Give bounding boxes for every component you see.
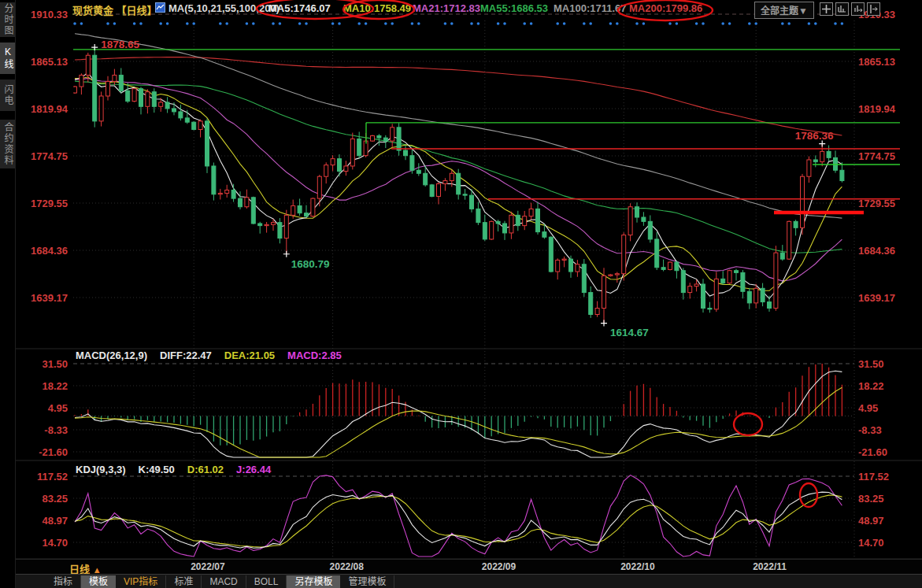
extreme-cross-marker [819,141,825,147]
axis-tick-label: 117.52 [858,471,889,483]
theme-selector-button[interactable]: 全部主题▼ [754,2,814,19]
macd-macd-value: MACD:2.85 [287,349,342,361]
macd-params: MACD(26,12,9) [76,349,147,361]
sidebar-tab-分时图[interactable]: 分时图 [0,2,15,37]
axis-tick-label: 48.97 [42,515,68,527]
ma200-line [75,57,842,136]
bottom-tab-bar: 指标模板VIP指标标准MACDBOLL另存模板管理模板 [0,574,922,588]
axis-tick-label: 1819.94 [31,103,69,115]
axis-tick-label: -21.60 [858,446,887,458]
axis-tick-label: 83.25 [42,493,68,505]
axis-tick-label: 1774.75 [31,150,68,162]
axis-tick-label: 14.70 [858,537,884,549]
symbol-title: 现货黄金 【日线】 [72,2,157,17]
ma-readout: MA55:1686.53 [480,2,548,14]
bottom-tab-BOLL[interactable]: BOLL [246,575,287,588]
bottom-tab-VIP指标[interactable]: VIP指标 [116,575,166,588]
axis-tick-label: 18.22 [858,380,884,392]
axis-tick-label: -8.33 [44,424,68,436]
kdj-params: KDJ(9,3,3) [76,464,126,475]
trading-terminal: 分时图K线图闪电图合约资料 现货黄金 【日线】 MA(5,10,21,55,10… [0,0,922,588]
bottom-tab-指标[interactable]: 指标 [46,575,81,588]
axis-tick-label: 31.50 [858,358,884,370]
bottom-tab-模板[interactable]: 模板 [81,575,116,588]
extreme-price-label: 1786.36 [795,130,834,142]
signal-dots [73,22,843,25]
kdj-k-value: K:49.50 [139,464,175,475]
ma-settings-label: MA(5,10,21,55,100,200) [168,2,280,14]
axis-tick-label: 4.95 [858,402,878,414]
axis-tick-label: 1865.13 [31,56,68,68]
macd-diff-value: DIFF:22.47 [160,349,212,361]
highlight-circle-annotation [734,413,762,435]
candlesticks [73,47,844,323]
extreme-cross-marker [601,320,607,327]
ma-readout: MA200:1799.86 [629,2,702,14]
sidebar-tab-闪电图[interactable]: 闪电图 [0,80,15,111]
axis-tick-label: 14.70 [42,537,68,549]
time-axis: 日线 ▲ 2022/072022/082022/092022/102022/11 [0,559,922,575]
axis-tick-label: 1729.55 [31,198,68,209]
bottom-tab-管理模板[interactable]: 管理模板 [340,575,394,588]
kdj-title-row: KDJ(9,3,3) K:49.50 D:61.02 J:26.44 [76,464,271,475]
pane-expand-icon[interactable] [851,2,865,16]
drawn-annotations: 1878.651680.791614.671786.36 [73,0,900,507]
ma100-line [75,34,842,218]
axis-tick-label: -8.33 [858,424,882,436]
ma-readout: MA100:1711.67 [554,2,627,14]
bottom-tab-标准[interactable]: 标准 [166,575,202,588]
kdj-j-value: J:26.44 [236,464,271,475]
ma-readout: MA5:1746.07 [268,2,331,14]
ma10-line [75,77,842,291]
axis-tick-label: 1729.55 [858,198,895,209]
ma-readout: MA10:1758.49 [343,2,411,14]
axis-tick-label: 117.52 [37,471,68,483]
sidebar-tab-合约资料[interactable]: 合约资料 [0,120,15,168]
macd-plot [75,364,842,457]
chart-canvas[interactable]: 1910.331910.331865.131865.131819.941819.… [0,0,922,588]
date-label: 2022/09 [482,561,516,572]
extreme-price-label: 1878.65 [101,39,139,50]
axis-tick-label: 1774.75 [858,150,895,162]
gridlines [16,14,922,559]
axis-tick-label: 1639.17 [858,292,895,304]
macd-title-row: MACD(26,12,9) DIFF:22.47 DEA:21.05 MACD:… [76,349,342,361]
chart-toolbar [820,2,880,16]
extreme-price-label: 1614.67 [610,327,649,338]
axis-tick-label: 4.95 [48,402,68,414]
kdj-d-value: D:61.02 [187,464,224,475]
pane-exit-icon[interactable] [867,2,880,16]
crosshair-icon[interactable] [820,2,833,16]
ma5-line [75,72,842,298]
bottom-tab-另存模板[interactable]: 另存模板 [287,575,340,588]
ma-readout: MA21:1712.83 [413,2,480,14]
bottom-tab-MACD[interactable]: MACD [202,575,246,588]
extreme-price-label: 1680.79 [291,258,330,270]
macd-dea-value: DEA:21.05 [224,349,275,361]
axis-tick-label: 31.50 [42,358,68,370]
chart-type-sidebar: 分时图K线图闪电图合约资料 [0,0,16,588]
axis-tick-label: 1639.17 [31,292,68,304]
pane-shrink-icon[interactable] [835,2,849,16]
kdj-plot [75,475,842,557]
axis-tick-label: 1684.36 [858,245,895,257]
ma-lines [75,34,842,299]
d-line [75,495,842,547]
ma55-line [75,81,842,253]
diff-line [75,371,842,457]
chart-type-icon[interactable] [155,2,165,15]
axis-tick-label: 1819.94 [858,103,896,115]
sidebar-tab-K线图[interactable]: K线图 [0,43,15,74]
axis-tick-label: 1684.36 [31,245,68,257]
axis-tick-label: 83.25 [858,493,884,505]
axis-tick-label: 18.22 [42,380,68,392]
axis-tick-label: -21.60 [39,446,68,458]
extreme-cross-marker [283,251,290,257]
axis-tick-label: 48.97 [858,515,884,527]
k-line [75,492,842,548]
highlight-circle-annotation [800,483,817,507]
extreme-cross-marker [91,44,98,50]
dea-line [75,387,842,457]
axis-tick-label: 1865.13 [858,56,895,68]
date-label: 2022/08 [330,561,364,572]
